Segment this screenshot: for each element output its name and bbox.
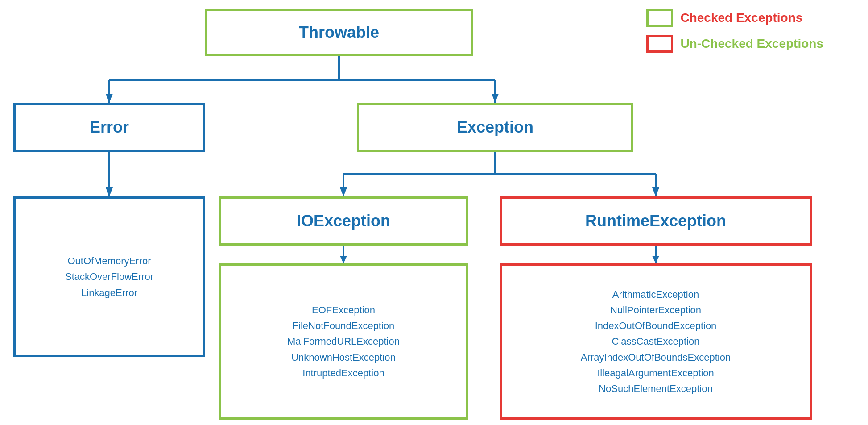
legend-unchecked-box [646, 35, 673, 53]
svg-marker-5 [492, 94, 499, 103]
svg-marker-3 [106, 94, 113, 103]
legend-checked-item: Checked Exceptions [646, 9, 823, 27]
exception-label: Exception [457, 118, 533, 137]
svg-marker-15 [340, 256, 347, 263]
ioexception-node: IOException [219, 196, 468, 246]
error-children-label: OutOfMemoryErrorStackOverFlowErrorLinkag… [65, 253, 153, 300]
svg-marker-13 [652, 188, 659, 196]
legend-checked-box [646, 9, 673, 27]
runtimeexception-children-box: ArithmaticExceptionNullPointerExceptionI… [500, 263, 812, 420]
ioexception-children-label: EOFExceptionFileNotFoundExceptionMalForm… [287, 302, 400, 381]
ioexception-label: IOException [297, 212, 390, 230]
legend-unchecked-item: Un-Checked Exceptions [646, 35, 823, 53]
legend-unchecked-label: Un-Checked Exceptions [680, 37, 823, 51]
svg-marker-11 [340, 188, 347, 196]
error-label: Error [90, 118, 129, 137]
runtimeexception-node: RuntimeException [500, 196, 812, 246]
runtimeexception-children-label: ArithmaticExceptionNullPointerExceptionI… [581, 287, 731, 396]
ioexception-children-box: EOFExceptionFileNotFoundExceptionMalForm… [219, 263, 468, 420]
throwable-node: Throwable [205, 9, 473, 56]
svg-marker-7 [106, 188, 113, 196]
error-node: Error [13, 103, 205, 152]
throwable-label: Throwable [299, 23, 379, 42]
runtimeexception-label: RuntimeException [585, 212, 726, 230]
legend-checked-label: Checked Exceptions [680, 11, 802, 25]
svg-marker-17 [652, 256, 659, 263]
exception-node: Exception [357, 103, 633, 152]
legend: Checked Exceptions Un-Checked Exceptions [646, 9, 823, 61]
error-children-box: OutOfMemoryErrorStackOverFlowErrorLinkag… [13, 196, 205, 357]
diagram-container: Throwable Error Exception OutOfMemoryErr… [0, 0, 868, 425]
